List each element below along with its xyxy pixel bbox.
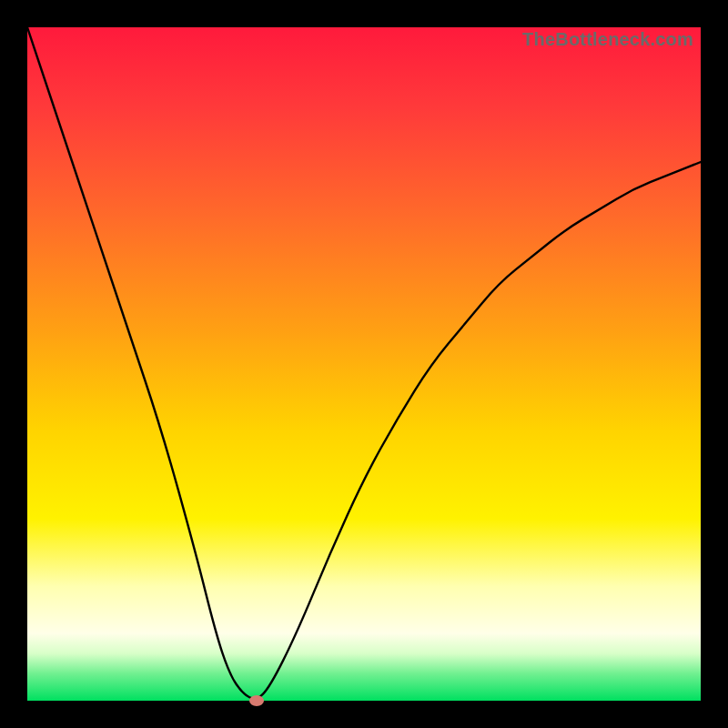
bottleneck-curve: [27, 27, 701, 701]
chart-frame: TheBottleneck.com: [0, 0, 728, 728]
optimum-marker: [249, 695, 264, 706]
watermark-label: TheBottleneck.com: [522, 29, 693, 50]
plot-area: TheBottleneck.com: [27, 27, 701, 701]
